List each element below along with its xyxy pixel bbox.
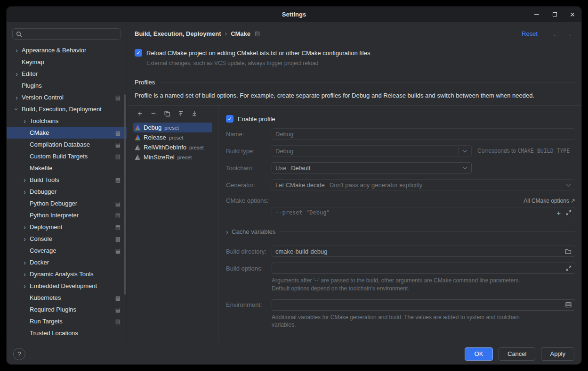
window-controls: × (528, 7, 581, 22)
sidebar-item-cmake[interactable]: CMake▤ (7, 127, 127, 139)
reload-cmake-checkbox[interactable]: ✓ Reload CMake project on editing CMakeL… (135, 49, 575, 57)
titlebar[interactable]: Settings × (7, 7, 581, 22)
chevron-right-icon[interactable]: › (21, 258, 29, 266)
profiles-section-title: Profiles (135, 79, 155, 86)
sidebar-item-deployment[interactable]: ›Deployment▤ (7, 221, 127, 233)
sidebar-item-build-execution-deployment[interactable]: ›Build, Execution, Deployment (7, 103, 127, 115)
chevron-right-icon[interactable]: › (21, 117, 29, 125)
sidebar-item-coverage[interactable]: Coverage▤ (7, 245, 127, 256)
chevron-right-icon[interactable]: › (21, 282, 29, 290)
add-option-icon[interactable]: + (556, 209, 561, 216)
add-profile-button[interactable]: + (136, 110, 144, 117)
profile-item-release[interactable]: Releasepreset (133, 132, 212, 142)
sidebar-item-label: CMake (30, 129, 49, 136)
sidebar-item-editor[interactable]: ›Editor (7, 68, 127, 80)
cmake-options-input[interactable]: --preset "Debug" + (272, 207, 575, 218)
sidebar-item-label: Plugins (22, 82, 42, 89)
generator-select[interactable]: Let CMake decide Don't pass any generato… (272, 179, 575, 190)
build-type-select[interactable]: Debug (272, 145, 472, 157)
cache-variables-section[interactable]: › Cache variables (226, 228, 575, 236)
chevron-right-icon[interactable]: › (13, 46, 21, 54)
profile-item-debug[interactable]: Debugpreset (133, 123, 212, 132)
sidebar-item-console[interactable]: ›Console▤ (7, 233, 127, 245)
chevron-down-icon (463, 148, 467, 153)
sidebar-item-trusted-locations[interactable]: Trusted Locations (7, 327, 127, 339)
profile-preset-tag: preset (169, 135, 184, 140)
sidebar-item-toolchains[interactable]: ›Toolchains (7, 115, 127, 127)
sidebar-item-appearance-behavior[interactable]: ›Appearance & Behavior (7, 44, 127, 56)
search-input[interactable] (25, 31, 117, 38)
ok-button[interactable]: OK (465, 347, 493, 361)
name-input[interactable]: Debug (272, 128, 575, 140)
chevron-down-icon[interactable]: › (13, 105, 21, 113)
build-type-hint-text: Corresponds to (477, 148, 516, 154)
settings-sidebar: ›Appearance & BehaviorKeymap›EditorPlugi… (7, 22, 127, 343)
forward-icon[interactable]: → (562, 30, 575, 38)
all-cmake-options-link[interactable]: All CMake options ↗ (524, 198, 575, 204)
sidebar-item-custom-build-targets[interactable]: Custom Build Targets▤ (7, 150, 127, 162)
expand-editor-icon[interactable] (566, 210, 572, 215)
reset-link[interactable]: Reset (522, 30, 538, 37)
sidebar-item-build-tools[interactable]: ›Build Tools▤ (7, 174, 127, 186)
chevron-right-icon[interactable]: › (21, 176, 29, 184)
profile-name: MinSizeRel (144, 154, 175, 161)
sidebar-item-run-targets[interactable]: Run Targets▤ (7, 315, 127, 327)
breadcrumb-item-build-execution-deployment[interactable]: Build, Execution, Deployment (135, 30, 221, 37)
sidebar-item-plugins[interactable]: Plugins (7, 80, 127, 91)
chevron-right-icon[interactable]: › (21, 223, 29, 231)
sidebar-item-python-interpreter[interactable]: Python Interpreter▤ (7, 209, 127, 221)
build-options-input[interactable] (272, 263, 575, 274)
enable-profile-checkbox[interactable]: ✓ Enable profile (226, 115, 575, 123)
build-options-hint-line2: Default options depend on the toolchain'… (272, 285, 575, 293)
sidebar-item-docker[interactable]: ›Docker (7, 256, 127, 268)
sidebar-item-kubernetes[interactable]: Kubernetes▤ (7, 292, 127, 304)
sidebar-item-makefile[interactable]: Makefile (7, 162, 127, 174)
move-up-button[interactable] (177, 110, 185, 117)
expand-editor-icon[interactable] (566, 265, 572, 271)
chevron-right-icon[interactable]: › (226, 228, 228, 236)
sidebar-item-label: Custom Build Targets (30, 153, 88, 160)
profile-item-minsizerel[interactable]: MinSizeRelpreset (133, 152, 212, 162)
profile-item-relwithdebinfo[interactable]: RelWithDebInfopreset (133, 142, 212, 152)
build-options-hint-line1: Arguments after '--' are passed to the b… (272, 277, 575, 285)
sidebar-item-debugger[interactable]: ›Debugger (7, 186, 127, 198)
name-value: Debug (275, 131, 293, 138)
remove-profile-button[interactable]: − (150, 110, 157, 117)
chevron-down-icon (463, 165, 467, 170)
settings-search-box[interactable] (12, 28, 121, 40)
close-button[interactable]: × (564, 7, 581, 22)
sidebar-scrollbar[interactable] (124, 94, 126, 295)
environment-variables-icon[interactable] (565, 302, 572, 308)
sidebar-item-compilation-database[interactable]: Compilation Database▤ (7, 139, 127, 150)
profiles-section-header: Profiles (135, 79, 575, 86)
sidebar-item-dynamic-analysis-tools[interactable]: ›Dynamic Analysis Tools (7, 268, 127, 280)
sidebar-item-version-control[interactable]: ›Version Control▤ (7, 91, 127, 103)
sidebar-item-python-debugger[interactable]: Python Debugger▤ (7, 198, 127, 209)
move-down-button[interactable] (191, 110, 198, 117)
back-icon[interactable]: ← (549, 30, 562, 38)
combo-separator (459, 147, 459, 155)
sidebar-item-required-plugins[interactable]: Required Plugins▤ (7, 304, 127, 315)
help-button[interactable]: ? (13, 348, 25, 360)
cancel-button[interactable]: Cancel (499, 347, 535, 361)
sidebar-item-label: Docker (30, 259, 49, 266)
checkbox-checked-icon[interactable]: ✓ (135, 49, 142, 57)
environment-input[interactable] (272, 299, 575, 311)
minimize-button[interactable] (528, 7, 546, 22)
build-directory-input[interactable]: cmake-build-debug (272, 246, 575, 257)
apply-button[interactable]: Apply (541, 347, 574, 361)
copy-profile-button[interactable] (163, 110, 171, 117)
sidebar-item-keymap[interactable]: Keymap (7, 56, 127, 68)
maximize-button[interactable] (546, 7, 564, 22)
breadcrumb-item-cmake[interactable]: CMake (231, 30, 250, 37)
browse-folder-icon[interactable] (565, 248, 572, 255)
checkbox-checked-icon[interactable]: ✓ (226, 115, 234, 123)
chevron-right-icon[interactable]: › (21, 235, 29, 243)
sidebar-item-embedded-development[interactable]: ›Embedded Development (7, 280, 127, 292)
toolchain-select[interactable]: Use Default (272, 162, 472, 173)
chevron-right-icon[interactable]: › (21, 188, 29, 196)
chevron-right-icon[interactable]: › (13, 70, 21, 78)
chevron-right-icon[interactable]: › (13, 93, 21, 101)
chevron-right-icon[interactable]: › (21, 270, 29, 278)
sidebar-item-label: Deployment (30, 223, 62, 231)
